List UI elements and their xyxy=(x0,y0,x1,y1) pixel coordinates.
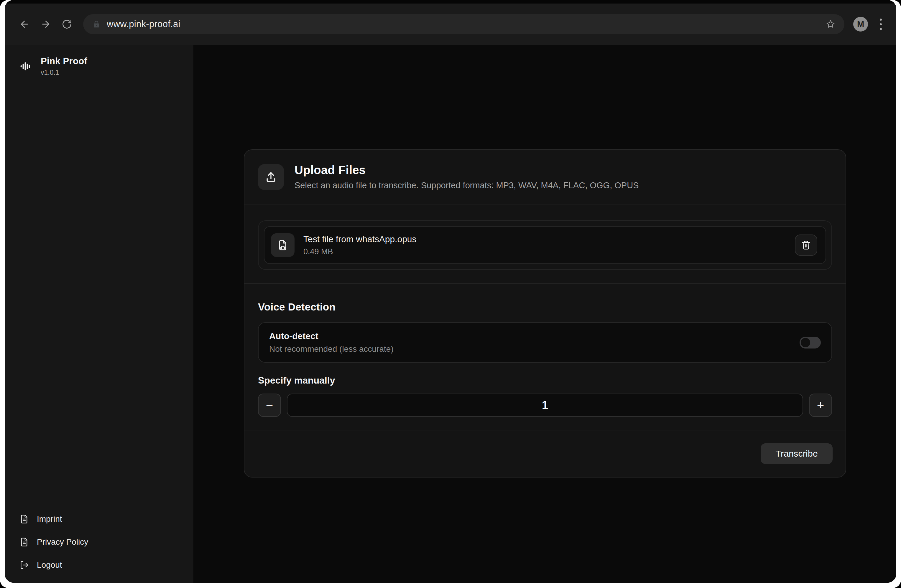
app-name: Pink Proof xyxy=(41,56,87,67)
auto-detect-card: Auto-detect Not recommended (less accura… xyxy=(258,322,832,362)
kebab-menu-icon xyxy=(880,19,882,20)
uploaded-file-row: Test file from whatsApp.opus 0.49 MB xyxy=(264,226,826,264)
trash-icon xyxy=(801,240,811,250)
auto-detect-label: Auto-detect xyxy=(269,331,394,341)
upload-icon xyxy=(265,171,277,184)
card-subtitle: Select an audio file to transcribe. Supp… xyxy=(295,180,639,190)
file-section: Test file from whatsApp.opus 0.49 MB xyxy=(245,204,846,283)
browser-menu-button[interactable] xyxy=(873,16,888,33)
reload-button[interactable] xyxy=(58,16,75,33)
main-content: Upload Files Select an audio file to tra… xyxy=(193,45,896,583)
forward-icon xyxy=(41,19,51,30)
increment-button[interactable]: + xyxy=(809,394,832,417)
upload-icon-tile xyxy=(258,164,284,190)
back-icon xyxy=(19,19,30,30)
address-bar[interactable]: www.pink-proof.ai xyxy=(83,14,844,34)
decrement-button[interactable]: − xyxy=(258,394,281,417)
upload-card: Upload Files Select an audio file to tra… xyxy=(244,149,846,478)
transcribe-button[interactable]: Transcribe xyxy=(761,443,832,464)
toggle-knob xyxy=(801,338,810,347)
sidebar-item-label: Logout xyxy=(37,560,62,570)
sidebar-item-logout[interactable]: Logout xyxy=(19,560,182,570)
brand-text: Pink Proof v1.0.1 xyxy=(41,56,87,76)
reload-icon xyxy=(62,19,72,30)
voice-detection-section: Voice Detection Auto-detect Not recommen… xyxy=(245,284,846,430)
file-info: Test file from whatsApp.opus 0.49 MB xyxy=(303,234,416,256)
upload-header-text: Upload Files Select an audio file to tra… xyxy=(295,163,639,190)
avatar[interactable]: M xyxy=(853,17,868,31)
auto-detect-toggle[interactable] xyxy=(800,337,821,348)
document-icon xyxy=(19,514,29,524)
forward-button[interactable] xyxy=(37,16,54,33)
sidebar-item-imprint[interactable]: Imprint xyxy=(19,514,182,524)
file-size: 0.49 MB xyxy=(303,247,416,256)
speaker-count-input[interactable] xyxy=(287,394,803,417)
brand: Pink Proof v1.0.1 xyxy=(19,56,182,76)
audio-file-icon-tile xyxy=(271,233,295,257)
sidebar: Pink Proof v1.0.1 Imprint xyxy=(5,45,193,583)
speaker-count-stepper: − + xyxy=(258,394,832,417)
browser-toolbar: www.pink-proof.ai M xyxy=(5,3,896,45)
voice-detection-heading: Voice Detection xyxy=(258,301,832,313)
app-version: v1.0.1 xyxy=(41,68,87,76)
delete-file-button[interactable] xyxy=(795,235,817,256)
window-top-edge xyxy=(5,0,896,3)
star-icon xyxy=(826,19,836,29)
sidebar-item-label: Imprint xyxy=(37,514,62,524)
app-body: Pink Proof v1.0.1 Imprint xyxy=(5,45,896,583)
sidebar-item-privacy-policy[interactable]: Privacy Policy xyxy=(19,537,182,547)
waveform-icon xyxy=(19,60,33,73)
sidebar-footer-links: Imprint Privacy Policy Logout xyxy=(19,514,182,570)
card-footer: Transcribe xyxy=(245,430,846,477)
document-icon xyxy=(19,537,29,547)
card-title: Upload Files xyxy=(295,163,639,177)
desktop-background: www.pink-proof.ai M Pink Proof xyxy=(0,0,901,588)
auto-detect-note: Not recommended (less accurate) xyxy=(269,344,394,354)
browser-window: www.pink-proof.ai M Pink Proof xyxy=(5,0,896,583)
bookmark-star-button[interactable] xyxy=(826,19,836,29)
file-name: Test file from whatsApp.opus xyxy=(303,234,416,244)
lock-icon xyxy=(92,20,101,29)
url-text[interactable]: www.pink-proof.ai xyxy=(107,19,826,30)
specify-manually-label: Specify manually xyxy=(258,375,832,386)
sidebar-item-label: Privacy Policy xyxy=(37,537,88,547)
upload-dropzone[interactable]: Test file from whatsApp.opus 0.49 MB xyxy=(258,220,832,270)
back-button[interactable] xyxy=(16,16,33,33)
upload-card-header: Upload Files Select an audio file to tra… xyxy=(245,150,846,204)
logout-icon xyxy=(19,560,29,570)
auto-detect-text: Auto-detect Not recommended (less accura… xyxy=(269,331,394,354)
audio-file-icon xyxy=(277,239,289,251)
